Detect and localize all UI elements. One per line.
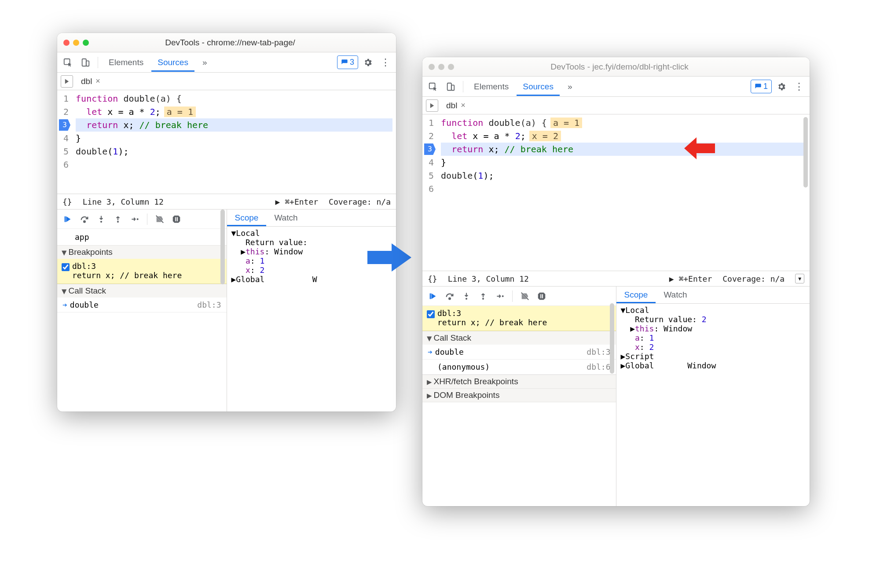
- devtools-toolbar: Elements Sources » 3 ⋮: [57, 52, 396, 73]
- stack-frame[interactable]: ➔double dbl:3: [57, 298, 227, 312]
- issues-count: 3: [350, 58, 354, 67]
- scope-var-a: a: 1: [621, 333, 806, 342]
- step-icon[interactable]: [493, 289, 507, 303]
- dom-breakpoints-section[interactable]: ▶DOM Breakpoints: [422, 388, 616, 402]
- resume-icon[interactable]: [426, 289, 440, 303]
- breakpoints-section[interactable]: ▼Breakpoints: [57, 245, 227, 259]
- kebab-icon[interactable]: ⋮: [378, 55, 393, 70]
- issues-badge[interactable]: 3: [337, 55, 358, 69]
- code-body[interactable]: function double(a) { let x = a * 2;a = 1…: [72, 90, 396, 194]
- svg-point-4: [84, 220, 85, 222]
- code-line-6: double(1);: [76, 145, 392, 158]
- tab-watch[interactable]: Watch: [266, 209, 305, 226]
- scrollbar[interactable]: [609, 287, 615, 506]
- scope-return: Return value: 2: [621, 315, 806, 324]
- device-icon[interactable]: [77, 55, 93, 70]
- code-body[interactable]: function double(a) {a = 1 let x = a * 2;…: [437, 114, 810, 271]
- file-tab-row: dbl ×: [57, 73, 396, 90]
- pause-exceptions-icon[interactable]: [169, 212, 183, 226]
- pretty-print-icon[interactable]: {}: [428, 274, 437, 283]
- xhr-breakpoints-section[interactable]: ▶XHR/fetch Breakpoints: [422, 375, 616, 388]
- tab-scope[interactable]: Scope: [227, 209, 267, 226]
- tab-elements[interactable]: Elements: [103, 53, 150, 72]
- scope-local[interactable]: ▼Local: [621, 305, 806, 315]
- stack-frame[interactable]: ➔double dbl:3: [422, 345, 616, 360]
- callstack-section[interactable]: ▼Call Stack: [57, 284, 227, 298]
- kebab-icon[interactable]: ⋮: [791, 79, 807, 95]
- debugger-toolbar: [422, 287, 616, 306]
- resume-icon[interactable]: [61, 212, 75, 226]
- breakpoint-marker[interactable]: 3: [424, 143, 436, 155]
- deactivate-breakpoints-icon[interactable]: [153, 212, 167, 226]
- step-out-icon[interactable]: [111, 212, 125, 226]
- close-icon[interactable]: ×: [461, 101, 466, 110]
- breakpoint-item[interactable]: dbl:3 return x; // break here: [422, 306, 616, 331]
- navigator-toggle-icon[interactable]: [61, 75, 73, 88]
- file-tab-dbl[interactable]: dbl ×: [442, 98, 470, 113]
- svg-point-17: [502, 295, 504, 297]
- inspect-icon[interactable]: [60, 55, 76, 70]
- breakpoint-checkbox[interactable]: [62, 263, 70, 271]
- issues-badge[interactable]: 1: [751, 80, 772, 93]
- code-editor[interactable]: 1 2 3 3 4 5 6 function double(a) { let x…: [57, 90, 396, 194]
- scope-this[interactable]: ▶this: Window: [621, 324, 806, 333]
- svg-point-14: [449, 298, 451, 299]
- minimize-dot[interactable]: [438, 64, 444, 70]
- zoom-dot[interactable]: [83, 40, 89, 46]
- minimize-dot[interactable]: [73, 40, 79, 46]
- file-tab-dbl[interactable]: dbl ×: [77, 74, 105, 89]
- debugger-panels: dbl:3 return x; // break here ▼Call Stac…: [422, 287, 810, 506]
- close-icon[interactable]: ×: [95, 77, 100, 86]
- breakpoint-marker[interactable]: 3: [59, 119, 70, 131]
- step-out-icon[interactable]: [476, 289, 490, 303]
- zoom-dot[interactable]: [448, 64, 454, 70]
- gear-icon[interactable]: [774, 79, 789, 95]
- inspect-icon[interactable]: [425, 79, 441, 95]
- scope-local[interactable]: ▼Local: [231, 228, 392, 238]
- pretty-print-icon[interactable]: {}: [62, 197, 72, 206]
- step-over-icon[interactable]: [77, 212, 92, 226]
- tab-sources[interactable]: Sources: [151, 53, 194, 72]
- navigator-toggle-icon[interactable]: [426, 99, 438, 112]
- tab-elements[interactable]: Elements: [468, 77, 515, 96]
- svg-rect-3: [65, 216, 66, 222]
- scope-global[interactable]: ▶Global W: [231, 275, 392, 284]
- tab-sources[interactable]: Sources: [517, 77, 560, 96]
- close-dot[interactable]: [63, 40, 70, 46]
- step-over-icon[interactable]: [443, 289, 457, 303]
- callstack-section[interactable]: ▼Call Stack: [422, 331, 616, 345]
- step-into-icon[interactable]: [459, 289, 473, 303]
- tab-scope[interactable]: Scope: [616, 287, 656, 303]
- step-into-icon[interactable]: [94, 212, 108, 226]
- run-hint: ▶ ⌘+Enter: [669, 274, 712, 283]
- traffic-lights: [429, 64, 454, 70]
- gear-icon[interactable]: [360, 55, 376, 70]
- close-dot[interactable]: [429, 64, 435, 70]
- deactivate-breakpoints-icon[interactable]: [518, 289, 532, 303]
- scope-tabs: Scope Watch: [616, 287, 810, 304]
- tab-watch[interactable]: Watch: [656, 287, 695, 303]
- stack-frame[interactable]: (anonymous) dbl:6: [422, 360, 616, 375]
- scrollbar[interactable]: [220, 209, 226, 412]
- inline-annotation: a = 1: [550, 118, 582, 128]
- expand-icon[interactable]: ▾: [795, 274, 804, 283]
- inline-annotation: x = 2: [529, 131, 561, 141]
- scope-global[interactable]: ▶Global Window: [621, 361, 806, 370]
- svg-rect-8: [175, 217, 176, 221]
- tab-more[interactable]: »: [561, 77, 579, 96]
- list-item[interactable]: app: [57, 229, 227, 245]
- code-editor[interactable]: 1 2 3 3 4 5 6 function double(a) {a = 1 …: [422, 114, 810, 271]
- pause-exceptions-icon[interactable]: [535, 289, 549, 303]
- device-icon[interactable]: [443, 79, 458, 95]
- breakpoint-checkbox[interactable]: [427, 310, 435, 318]
- code-line-2: let x = a * 2;x = 2: [441, 129, 806, 143]
- editor-status-bar: {} Line 3, Column 12 ▶ ⌘+Enter Coverage:…: [57, 194, 396, 209]
- scrollbar[interactable]: [803, 114, 809, 271]
- tab-more[interactable]: »: [196, 53, 213, 72]
- code-line-1: function double(a) {a = 1: [441, 116, 806, 129]
- breakpoint-item[interactable]: dbl:3 return x; // break here: [57, 259, 227, 284]
- scope-script[interactable]: ▶Script: [621, 352, 806, 361]
- cursor-position: Line 3, Column 12: [448, 274, 529, 283]
- step-icon[interactable]: [128, 212, 142, 226]
- issues-count: 1: [763, 82, 768, 91]
